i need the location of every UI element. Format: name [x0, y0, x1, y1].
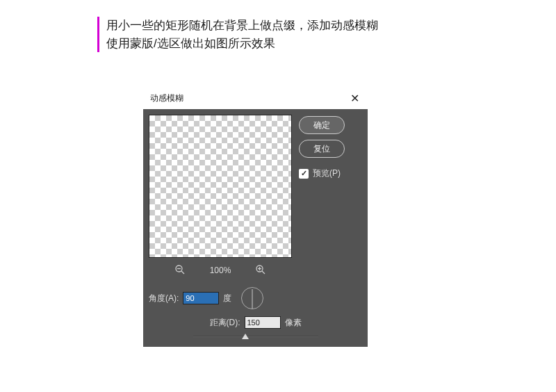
distance-slider[interactable]: [193, 332, 318, 341]
slider-thumb[interactable]: [242, 334, 249, 339]
instruction-line2: 使用蒙版/选区做出如图所示效果: [106, 35, 378, 53]
ok-button[interactable]: 确定: [299, 116, 345, 134]
preview-canvas[interactable]: [149, 115, 292, 258]
angle-dial[interactable]: [241, 287, 263, 309]
title-bar[interactable]: 动感模糊 ✕: [143, 88, 368, 109]
preview-checkbox[interactable]: ✓: [299, 169, 309, 179]
angle-input[interactable]: [183, 292, 219, 304]
zoom-in-icon[interactable]: [255, 264, 266, 277]
distance-input[interactable]: [245, 316, 281, 329]
slider-bar: [193, 336, 318, 337]
distance-unit: 像素: [285, 317, 302, 329]
angle-label: 角度(A):: [149, 293, 179, 304]
preview-checkbox-row[interactable]: ✓ 预览(P): [299, 168, 345, 179]
preview-label: 预览(P): [313, 168, 341, 179]
instruction-block: 用小一些的矩形随机在背景上做点缀，添加动感模糊 使用蒙版/选区做出如图所示效果: [97, 17, 378, 52]
dialog-body: 100% 确定 复位 ✓ 预览(P): [143, 109, 368, 347]
svg-line-1: [181, 271, 184, 274]
dialog-title: 动感模糊: [150, 92, 183, 104]
distance-label: 距离(D):: [210, 317, 240, 329]
reset-button[interactable]: 复位: [299, 140, 345, 158]
zoom-out-icon[interactable]: [174, 264, 186, 277]
zoom-percentage: 100%: [206, 266, 234, 275]
angle-unit: 度: [223, 293, 231, 304]
instruction-line1: 用小一些的矩形随机在背景上做点缀，添加动感模糊: [106, 17, 378, 35]
svg-line-4: [262, 271, 265, 274]
motion-blur-dialog: 动感模糊 ✕ 100%: [143, 88, 368, 347]
close-icon[interactable]: ✕: [348, 92, 362, 105]
